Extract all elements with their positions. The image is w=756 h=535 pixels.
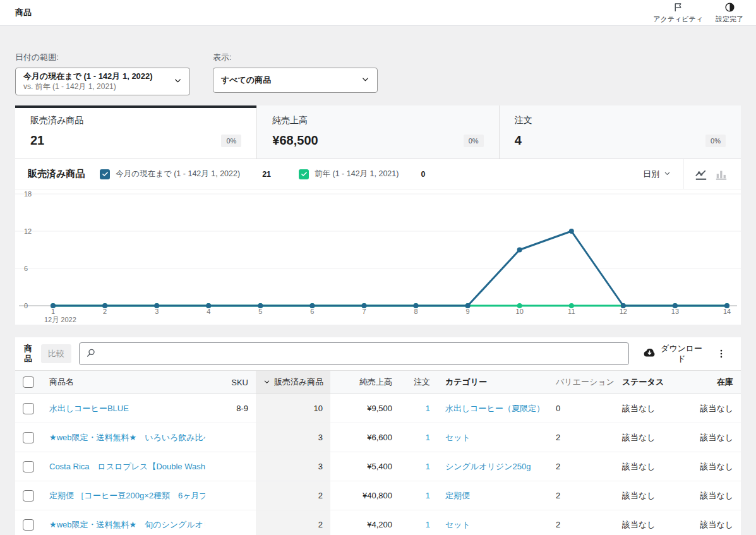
row-checkbox[interactable] xyxy=(23,403,34,414)
chart-card: 販売済み商品 今月の現在まで (1 - 142月 1, 2022)21前年 (1… xyxy=(15,159,741,325)
filters-bar: 日付の範囲: 今月の現在まで (1 - 142月 1, 2022) vs. 前年… xyxy=(15,52,741,95)
product-name-link[interactable]: 定期便 ［コーヒー豆200g×2種類 6ヶ月プラン］ xyxy=(49,491,205,500)
date-range-dropdown[interactable]: 今月の現在まで (1 - 142月 1, 2022) vs. 前年 (1 - 1… xyxy=(15,68,190,95)
product-name-link[interactable]: 水出しコーヒーBLUE xyxy=(49,404,129,413)
legend-checkbox[interactable] xyxy=(100,169,110,179)
orders-link[interactable]: 1 xyxy=(426,491,430,500)
summary-tab-value: ¥68,500 xyxy=(272,133,318,148)
summary-delta-badge: 0% xyxy=(705,135,726,147)
orders-link[interactable]: 1 xyxy=(426,520,430,529)
stock-cell: 該当なし xyxy=(687,452,741,481)
items-sold-cell: 2 xyxy=(256,481,330,510)
sort-desc-icon xyxy=(263,378,270,387)
select-all-checkbox[interactable] xyxy=(23,376,34,388)
line-chart-icon[interactable] xyxy=(694,168,708,181)
sku-cell xyxy=(205,452,256,481)
stock-cell: 該当なし xyxy=(687,394,741,423)
svg-text:18: 18 xyxy=(24,190,32,198)
compare-button[interactable]: 比較 xyxy=(41,344,71,363)
row-checkbox[interactable] xyxy=(23,461,34,472)
search-input[interactable] xyxy=(100,349,622,359)
product-name-link[interactable]: ★web限定・送料無料★ 旬のシングルオリジン3種セット xyxy=(49,520,205,529)
product-table-body: 水出しコーヒーBLUE8-910¥9,5001水出しコーヒー（夏限定）0該当なし… xyxy=(15,394,741,535)
summary-tab-label: 注文 xyxy=(515,115,726,126)
col-header-net[interactable]: 純売上高 xyxy=(330,371,400,394)
bar-chart-icon[interactable] xyxy=(714,168,728,181)
items-sold-cell: 3 xyxy=(256,423,330,452)
col-header-stock: 在庫 xyxy=(687,371,741,394)
category-link[interactable]: 定期便 xyxy=(445,491,470,500)
kebab-menu-icon[interactable] xyxy=(711,348,732,359)
search-box[interactable] xyxy=(79,342,629,365)
legend-item-1[interactable]: 今月の現在まで (1 - 142月 1, 2022)21 xyxy=(100,169,299,179)
category-link[interactable]: セット xyxy=(445,433,471,442)
summary-tab-3[interactable]: 注文40% xyxy=(499,105,741,159)
interval-dropdown[interactable]: 日別 xyxy=(630,159,683,189)
category-link[interactable]: セット xyxy=(445,520,471,529)
svg-text:11: 11 xyxy=(568,308,575,315)
summary-tab-2[interactable]: 純売上高¥68,5000% xyxy=(256,105,498,159)
show-filter: 表示: すべての商品 xyxy=(213,52,378,93)
svg-text:6: 6 xyxy=(24,265,28,272)
col-header-orders[interactable]: 注文 xyxy=(400,371,438,394)
interval-value: 日別 xyxy=(643,169,659,180)
table-toolbar: 商品 比較 ダウンロード xyxy=(15,337,741,370)
svg-text:2: 2 xyxy=(103,308,107,315)
svg-text:7: 7 xyxy=(362,308,366,315)
orders-link[interactable]: 1 xyxy=(426,433,430,442)
variations-cell: 2 xyxy=(548,452,615,481)
variations-cell: 2 xyxy=(548,510,615,535)
net-sales-cell: ¥6,600 xyxy=(330,423,400,452)
category-link[interactable]: 水出しコーヒー（夏限定） xyxy=(445,404,544,413)
net-sales-cell: ¥40,800 xyxy=(330,481,400,510)
svg-text:1: 1 xyxy=(51,308,55,315)
date-range-filter: 日付の範囲: 今月の現在まで (1 - 142月 1, 2022) vs. 前年… xyxy=(15,52,190,95)
activity-button[interactable]: アクティビティ xyxy=(653,2,703,23)
status-cell: 該当なし xyxy=(615,452,687,481)
legend-checkbox[interactable] xyxy=(299,169,309,179)
row-checkbox[interactable] xyxy=(23,519,34,531)
summary-tab-label: 販売済み商品 xyxy=(30,115,241,126)
product-name-link[interactable]: Costa Rica ロスロプレス【Double Washed】250g xyxy=(49,462,205,471)
show-dropdown[interactable]: すべての商品 xyxy=(213,68,378,93)
svg-text:12: 12 xyxy=(24,227,32,235)
variations-cell: 0 xyxy=(548,394,615,423)
table-row: ★web限定・送料無料★ いろいろ飲み比べ5種セット3¥6,6001セット2該当… xyxy=(15,423,741,452)
variations-cell: 2 xyxy=(548,481,615,510)
product-name-link[interactable]: ★web限定・送料無料★ いろいろ飲み比べ5種セット xyxy=(49,433,205,442)
chevron-down-icon xyxy=(361,75,369,85)
svg-text:13: 13 xyxy=(671,308,679,315)
setup-button[interactable]: 設定完了 xyxy=(716,2,743,23)
stock-cell: 該当なし xyxy=(687,481,741,510)
row-checkbox[interactable] xyxy=(23,432,34,443)
summary-tab-label: 純売上高 xyxy=(272,115,483,126)
col-header-sku[interactable]: SKU xyxy=(205,371,256,394)
orders-link[interactable]: 1 xyxy=(426,404,430,413)
variations-cell: 2 xyxy=(548,423,615,452)
summary-tab-value: 4 xyxy=(515,133,522,148)
chart-plot: 061218123456789101112131412月 2022 xyxy=(15,189,741,325)
col-header-variations[interactable]: バリエーション xyxy=(548,371,615,394)
status-cell: 該当なし xyxy=(615,423,687,452)
chevron-down-icon xyxy=(664,169,671,179)
orders-link[interactable]: 1 xyxy=(426,462,430,471)
col-header-name[interactable]: 商品名 xyxy=(42,371,205,394)
summary-tab-1[interactable]: 販売済み商品210% xyxy=(15,105,256,159)
table-row: 定期便 ［コーヒー豆200g×2種類 6ヶ月プラン］2¥40,8001定期便2該… xyxy=(15,481,741,510)
summary-tabs: 販売済み商品210%純売上高¥68,5000%注文40% xyxy=(15,105,741,159)
svg-text:12: 12 xyxy=(620,308,627,315)
chart-header: 販売済み商品 今月の現在まで (1 - 142月 1, 2022)21前年 (1… xyxy=(15,159,741,189)
col-header-sold[interactable]: 販売済み商品 xyxy=(256,371,330,394)
svg-text:14: 14 xyxy=(723,308,731,315)
row-checkbox[interactable] xyxy=(23,490,34,502)
svg-text:3: 3 xyxy=(155,308,159,315)
items-sold-cell: 3 xyxy=(256,452,330,481)
half-circle-icon xyxy=(724,2,735,15)
category-link[interactable]: シングルオリジン250g xyxy=(445,462,531,471)
net-sales-cell: ¥9,500 xyxy=(330,394,400,423)
legend-item-2[interactable]: 前年 (1 - 142月 1, 2021)0 xyxy=(299,169,453,179)
flag-icon xyxy=(673,2,683,15)
download-button[interactable]: ダウンロード xyxy=(643,344,703,364)
net-sales-cell: ¥5,400 xyxy=(330,452,400,481)
download-label: ダウンロード xyxy=(660,344,703,364)
